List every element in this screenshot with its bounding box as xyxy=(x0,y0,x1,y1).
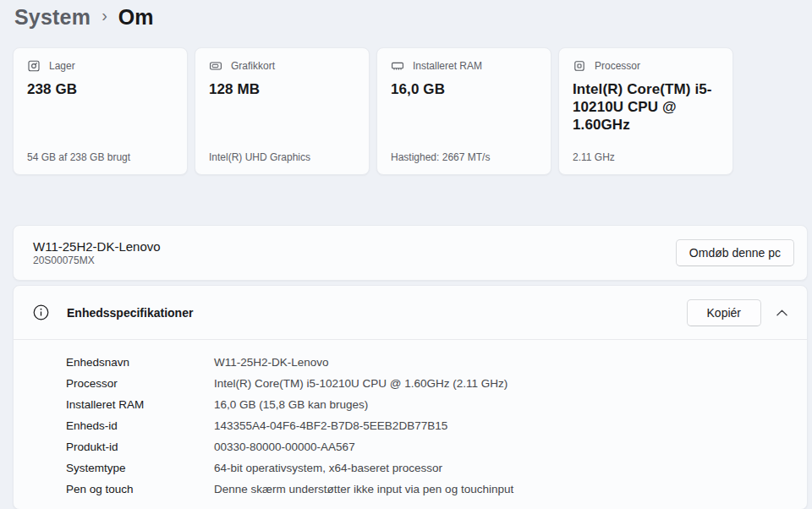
spec-row: Installeret RAM 16,0 GB (15,8 GB kan bru… xyxy=(14,394,807,415)
spec-value: W11-25H2-DK-Lenovo xyxy=(214,356,329,369)
spec-value: 64-bit operativsystem, x64-baseret proce… xyxy=(214,462,442,474)
device-specifications-list: Enhedsnavn W11-25H2-DK-Lenovo Processor … xyxy=(14,340,807,500)
copy-button[interactable]: Kopiér xyxy=(687,299,761,326)
card-label: Grafikkort xyxy=(231,60,275,72)
spec-value: Denne skærm understøtter ikke input via … xyxy=(214,483,513,495)
page-title: Om xyxy=(118,5,154,30)
device-model: 20S00075MX xyxy=(33,254,161,266)
card-value: 128 MB xyxy=(209,80,355,98)
spec-value: 00330-80000-00000-AA567 xyxy=(214,441,355,453)
spec-row: Systemtype 64-bit operativsystem, x64-ba… xyxy=(14,457,807,479)
spec-row: Enheds-id 143355A4-04F6-4BF2-B7D8-5EEB2D… xyxy=(14,415,807,436)
spec-value: 143355A4-04F6-4BF2-B7D8-5EEB2DB77B15 xyxy=(214,419,447,432)
spec-row: Processor Intel(R) Core(TM) i5-10210U CP… xyxy=(14,373,807,394)
spec-row: Produkt-id 00330-80000-00000-AA567 xyxy=(14,436,807,457)
spec-row: Enhedsnavn W11-25H2-DK-Lenovo xyxy=(14,352,807,373)
card-label: Installeret RAM xyxy=(413,60,482,72)
breadcrumb: System › Om xyxy=(14,0,154,34)
summary-card: Processor Intel(R) Core(TM) i5-10210U CP… xyxy=(558,47,733,175)
device-name: W11-25H2-DK-Lenovo xyxy=(33,239,161,254)
breadcrumb-chevron-icon: › xyxy=(91,6,118,28)
device-specifications-header[interactable]: Enhedsspecifikationer Kopiér xyxy=(14,286,807,340)
card-detail: 2.11 GHz xyxy=(573,151,719,163)
card-value: 16,0 GB xyxy=(391,80,537,98)
summary-card: Grafikkort 128 MB Intel(R) UHD Graphics xyxy=(195,47,370,175)
spec-label: Enhedsnavn xyxy=(66,356,214,369)
spec-label: Pen og touch xyxy=(66,483,214,495)
card-detail: Intel(R) UHD Graphics xyxy=(209,151,355,163)
card-value: Intel(R) Core(TM) i5-10210U CPU @ 1.60GH… xyxy=(573,80,719,134)
card-header: Processor xyxy=(573,59,719,73)
spec-label: Produkt-id xyxy=(66,441,214,453)
rename-pc-button[interactable]: Omdøb denne pc xyxy=(676,239,794,266)
info-icon xyxy=(33,304,49,320)
breadcrumb-parent[interactable]: System xyxy=(14,5,91,30)
gpu-icon xyxy=(209,59,222,73)
spec-value: 16,0 GB (15,8 GB kan bruges) xyxy=(214,398,368,411)
summary-cards: Lager 238 GB 54 GB af 238 GB brugt Grafi… xyxy=(13,47,733,175)
card-value: 238 GB xyxy=(27,80,173,98)
card-detail: Hastighed: 2667 MT/s xyxy=(391,151,537,163)
section-title: Enhedsspecifikationer xyxy=(67,306,193,320)
device-name-card: W11-25H2-DK-Lenovo 20S00075MX Omdøb denn… xyxy=(13,225,808,281)
spec-label: Enheds-id xyxy=(66,419,214,432)
spec-value: Intel(R) Core(TM) i5-10210U CPU @ 1.60GH… xyxy=(214,377,508,390)
collapse-button[interactable] xyxy=(768,299,795,326)
spec-label: Processor xyxy=(66,377,214,390)
summary-card: Lager 238 GB 54 GB af 238 GB brugt xyxy=(13,47,188,175)
card-header: Installeret RAM xyxy=(391,59,537,73)
spec-label: Installeret RAM xyxy=(66,398,214,411)
storage-icon xyxy=(27,59,41,73)
card-header: Lager xyxy=(27,59,173,73)
spec-row: Pen og touch Denne skærm understøtter ik… xyxy=(14,479,807,500)
ram-icon xyxy=(391,59,404,73)
device-info: W11-25H2-DK-Lenovo 20S00075MX xyxy=(33,239,161,266)
card-label: Lager xyxy=(49,60,75,72)
cpu-icon xyxy=(573,59,586,73)
chevron-up-icon xyxy=(776,309,787,316)
card-header: Grafikkort xyxy=(209,59,355,73)
card-detail: 54 GB af 238 GB brugt xyxy=(27,151,173,163)
device-specifications-card: Enhedsspecifikationer Kopiér Enhedsnavn … xyxy=(13,285,808,509)
card-label: Processor xyxy=(595,60,640,72)
spec-label: Systemtype xyxy=(66,462,214,474)
summary-card: Installeret RAM 16,0 GB Hastighed: 2667 … xyxy=(376,47,551,175)
